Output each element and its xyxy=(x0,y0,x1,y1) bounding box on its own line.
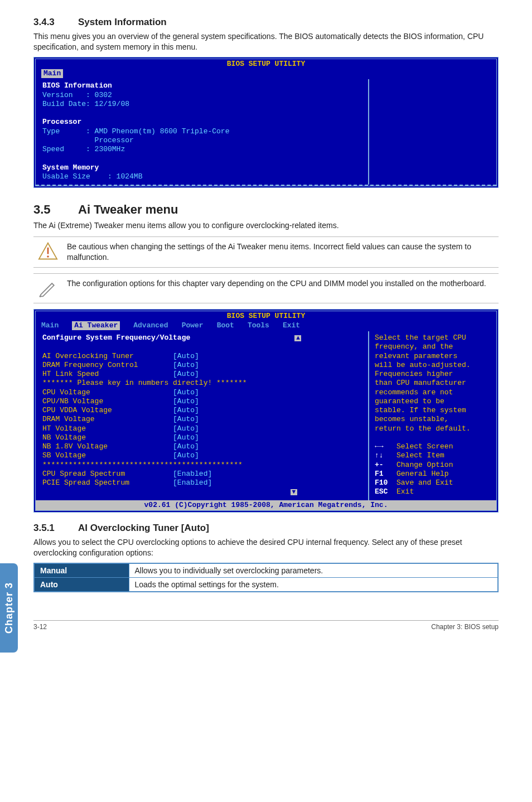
bios2-tab-tools: Tools xyxy=(248,321,269,330)
table-row: Manual Allows you to individually set ov… xyxy=(34,563,498,578)
bios-box-sysinfo: BIOS SETUP UTILITY Main BIOS Information… xyxy=(33,57,499,188)
bios1-help-pane xyxy=(368,79,496,185)
bios1-tab-main: Main xyxy=(41,69,63,78)
row-nb-v[interactable]: NB Voltage [Auto] xyxy=(42,433,199,442)
para-343: This menu gives you an overview of the g… xyxy=(33,31,499,52)
heading-35: 3.5Ai Tweaker menu xyxy=(33,202,499,217)
bios1-tabs: Main xyxy=(36,69,496,79)
para-351: Allows you to select the CPU overclockin… xyxy=(33,537,499,558)
caution-text: Be cautious when changing the settings o… xyxy=(67,241,495,263)
row-cpu-ss[interactable]: CPU Spread Spectrum [Enabled] xyxy=(42,470,212,478)
row-ht-link[interactable]: HT Link Speed [Auto] xyxy=(42,370,199,378)
heading-351-num: 3.5.1 xyxy=(33,523,78,534)
bios2-tab-adv: Advanced xyxy=(133,321,168,330)
oc-options-table: Manual Allows you to individually set ov… xyxy=(33,563,499,592)
opt-manual-key: Manual xyxy=(34,563,129,578)
caution-icon xyxy=(37,241,59,262)
bios2-tab-main: Main xyxy=(41,321,59,330)
scroll-down-icon: ▼ xyxy=(291,489,297,495)
row-pcie-ss[interactable]: PCIE Spread Spectrum [Enabled] xyxy=(42,479,212,487)
footer-chapter: Chapter 3: BIOS setup xyxy=(431,623,499,631)
row-cpunb-v[interactable]: CPU/NB Voltage [Auto] xyxy=(42,397,199,405)
pencil-icon xyxy=(37,278,59,298)
bios2-left-content: Configure System Frequency/Voltage ▲ AI … xyxy=(42,334,364,497)
scroll-up-icon: ▲ xyxy=(294,335,301,341)
caution-box: Be cautious when changing the settings o… xyxy=(33,236,499,268)
row-cpu-v[interactable]: CPU Voltage [Auto] xyxy=(42,388,199,397)
heading-343: 3.4.3System Information xyxy=(33,17,499,28)
row-dram-freq[interactable]: DRAM Frequency Control [Auto] xyxy=(42,361,199,369)
bios2-footer: v02.61 (C)Copyright 1985-2008, American … xyxy=(36,500,496,510)
note-box: The configuration options for this chapt… xyxy=(33,273,499,303)
row-dram-v[interactable]: DRAM Voltage [Auto] xyxy=(42,415,199,423)
bios2-tab-exit: Exit xyxy=(283,321,300,330)
bios1-title: BIOS SETUP UTILITY xyxy=(36,59,496,69)
bios2-title: BIOS SETUP UTILITY xyxy=(36,311,496,321)
bios2-tab-boot: Boot xyxy=(217,321,234,330)
row-sb-v[interactable]: SB Voltage [Auto] xyxy=(42,451,199,460)
bios2-help-pane: Select the target CPU frequency, and the… xyxy=(375,334,492,497)
opt-auto-val: Loads the optimal settings for the syste… xyxy=(129,577,498,592)
row-nb18-v[interactable]: NB 1.8V Voltage [Auto] xyxy=(42,442,199,451)
heading-343-num: 3.4.3 xyxy=(33,17,78,28)
para-35: The Ai (Extreme) Tweaker menu items allo… xyxy=(33,220,499,231)
heading-343-title: System Information xyxy=(78,17,167,27)
bios2-tabs: Main Ai Tweaker Advanced Power Boot Tool… xyxy=(36,321,496,331)
page-footer: 3-12 Chapter 3: BIOS setup xyxy=(33,620,499,631)
bios2-tab-ai: Ai Tweaker xyxy=(72,321,120,330)
row-ht-v[interactable]: HT Voltage [Auto] xyxy=(42,424,199,433)
svg-point-2 xyxy=(47,255,49,258)
heading-35-num: 3.5 xyxy=(33,202,78,217)
bios1-content: BIOS Information Version : 0302 Build Da… xyxy=(42,81,364,181)
opt-manual-val: Allows you to individually set overclock… xyxy=(129,563,498,578)
opt-auto-key: Auto xyxy=(34,577,129,592)
row-cpuvdda-v[interactable]: CPU VDDA Voltage [Auto] xyxy=(42,406,199,414)
note-text: The configuration options for this chapt… xyxy=(67,278,495,289)
bios-box-tweaker: BIOS SETUP UTILITY Main Ai Tweaker Advan… xyxy=(33,309,499,513)
heading-351: 3.5.1AI Overclocking Tuner [Auto] xyxy=(33,523,499,534)
bios2-tab-pwr: Power xyxy=(182,321,204,330)
table-row: Auto Loads the optimal settings for the … xyxy=(34,577,498,592)
footer-page-num: 3-12 xyxy=(33,623,47,631)
heading-35-title: Ai Tweaker menu xyxy=(78,202,178,216)
row-ai-oc[interactable]: AI Overclocking Tuner [Auto] xyxy=(42,352,199,360)
heading-351-title: AI Overclocking Tuner [Auto] xyxy=(78,523,209,533)
